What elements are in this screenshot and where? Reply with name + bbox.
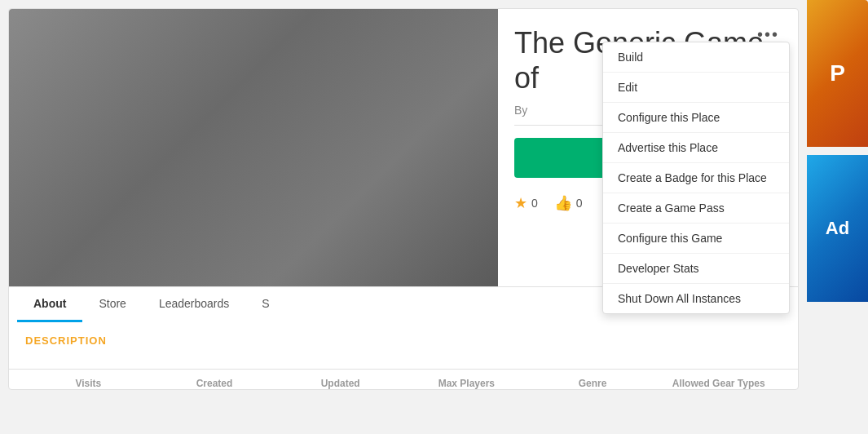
right-strip: P Ad — [807, 0, 868, 434]
game-thumbnail — [9, 9, 498, 286]
right-image-top: P — [807, 0, 868, 147]
description-label: DESCRIPTION — [25, 334, 782, 347]
right-bottom-text: Ad — [826, 218, 849, 239]
rating-stat: ★ 0 — [514, 194, 538, 212]
dropdown-item-edit[interactable]: Edit — [603, 73, 789, 103]
stats-col-allowed-gear: Allowed Gear types — [655, 378, 782, 389]
dropdown-item-shut-down[interactable]: Shut Down All Instances — [603, 284, 789, 313]
dropdown-item-developer-stats[interactable]: Developer Stats — [603, 254, 789, 284]
tab-leaderboards[interactable]: Leaderboards — [143, 287, 245, 322]
stats-col-genre: Genre — [530, 378, 656, 389]
star-icon: ★ — [514, 194, 527, 212]
game-card: The Generic Game of By Play ★ 0 👍 0 — [8, 8, 799, 390]
stats-col-label-visits: Visits — [25, 378, 152, 389]
likes-stat: 👍 0 — [554, 194, 583, 212]
stats-col-label-max-players: Max Players — [403, 378, 530, 389]
tab-about[interactable]: About — [17, 287, 82, 322]
stats-col-label-allowed-gear: Allowed Gear types — [655, 378, 782, 389]
likes-count: 0 — [576, 197, 583, 210]
stats-col-visits: Visits — [25, 378, 152, 389]
top-section: The Generic Game of By Play ★ 0 👍 0 — [9, 9, 798, 286]
right-image-bottom: Ad — [807, 155, 868, 302]
dropdown-item-configure-game[interactable]: Configure this Game — [603, 224, 789, 254]
tab-store[interactable]: Store — [82, 287, 142, 322]
stats-col-updated: Updated — [277, 378, 403, 389]
stats-col-label-genre: Genre — [530, 378, 656, 389]
stats-col-created: Created — [152, 378, 278, 389]
tab-servers[interactable]: S — [245, 287, 285, 322]
description-section: DESCRIPTION — [9, 322, 798, 365]
rating-count: 0 — [531, 197, 538, 210]
dropdown-menu: BuildEditConfigure this PlaceAdvertise t… — [602, 42, 790, 314]
game-info: The Generic Game of By Play ★ 0 👍 0 — [498, 9, 798, 286]
dropdown-item-build[interactable]: Build — [603, 42, 789, 73]
stats-col-label-updated: Updated — [277, 378, 403, 389]
stats-col-label-created: Created — [152, 378, 278, 389]
dropdown-item-configure-place[interactable]: Configure this Place — [603, 103, 789, 133]
stats-table: VisitsCreatedUpdatedMax PlayersGenreAllo… — [9, 369, 798, 389]
dropdown-item-create-game-pass[interactable]: Create a Game Pass — [603, 193, 789, 224]
thumbs-up-icon: 👍 — [554, 194, 572, 212]
dropdown-item-advertise-place[interactable]: Advertise this Place — [603, 133, 789, 163]
dropdown-item-create-badge[interactable]: Create a Badge for this Place — [603, 163, 789, 193]
right-top-letter: P — [830, 60, 845, 86]
stats-col-max-players: Max Players — [403, 378, 530, 389]
